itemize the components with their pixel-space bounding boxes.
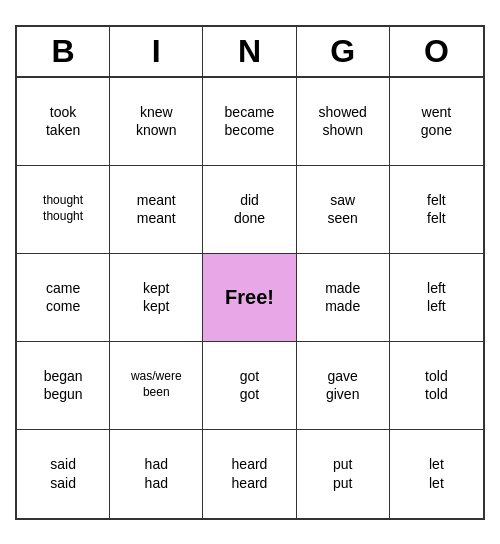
bingo-cell: saidsaid: [17, 430, 110, 518]
bingo-cell: mademade: [297, 254, 390, 342]
bingo-cell: knewknown: [110, 78, 203, 166]
bingo-cell: gavegiven: [297, 342, 390, 430]
bingo-cell: hadhad: [110, 430, 203, 518]
bingo-cell: putput: [297, 430, 390, 518]
bingo-grid: tooktakenknewknownbecamebecomeshowedshow…: [17, 78, 483, 518]
bingo-cell: sawseen: [297, 166, 390, 254]
bingo-cell: camecome: [17, 254, 110, 342]
bingo-cell: leftleft: [390, 254, 483, 342]
bingo-cell: meantmeant: [110, 166, 203, 254]
bingo-cell: keptkept: [110, 254, 203, 342]
bingo-cell: wentgone: [390, 78, 483, 166]
header-letter: G: [297, 27, 390, 76]
bingo-cell: thoughtthought: [17, 166, 110, 254]
header-letter: I: [110, 27, 203, 76]
header-letter: B: [17, 27, 110, 76]
bingo-cell: beganbegun: [17, 342, 110, 430]
bingo-cell: was/werebeen: [110, 342, 203, 430]
bingo-cell: diddone: [203, 166, 296, 254]
header-letter: O: [390, 27, 483, 76]
bingo-cell: toldtold: [390, 342, 483, 430]
free-cell: Free!: [203, 254, 296, 342]
bingo-cell: showedshown: [297, 78, 390, 166]
bingo-cell: heardheard: [203, 430, 296, 518]
bingo-cell: feltfelt: [390, 166, 483, 254]
bingo-cell: tooktaken: [17, 78, 110, 166]
bingo-cell: gotgot: [203, 342, 296, 430]
header-letter: N: [203, 27, 296, 76]
bingo-cell: becamebecome: [203, 78, 296, 166]
bingo-card: BINGO tooktakenknewknownbecamebecomeshow…: [15, 25, 485, 520]
bingo-cell: letlet: [390, 430, 483, 518]
bingo-header: BINGO: [17, 27, 483, 78]
